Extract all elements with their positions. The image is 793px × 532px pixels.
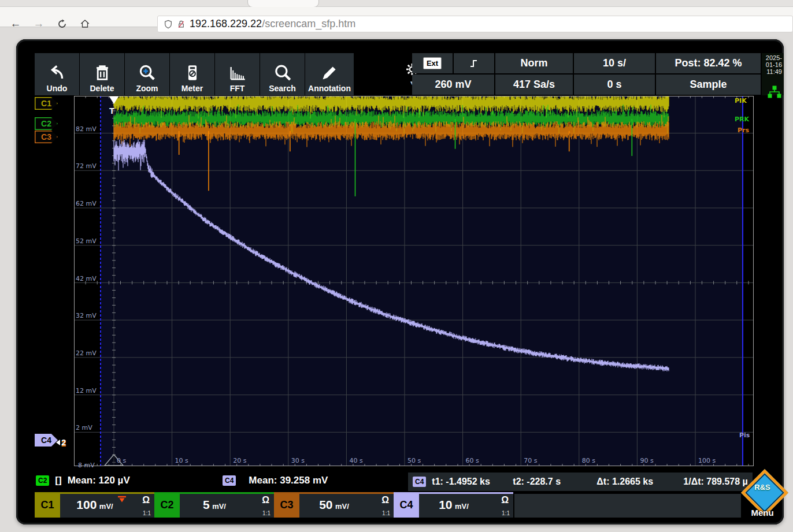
- waveform-display[interactable]: 82 mV72 mV62 mV52 mV42 mV32 mV22 mV12 mV…: [16, 39, 784, 524]
- reload-icon: [57, 19, 67, 29]
- url-host: 192.168.229.22: [190, 18, 262, 29]
- probe-ratio-label: 1:1: [143, 510, 151, 516]
- home-icon: [80, 18, 90, 29]
- acquisition-mode-flag: Pis: [739, 431, 750, 439]
- reload-button[interactable]: [54, 17, 69, 31]
- channel-badge-c4: C4: [223, 475, 236, 486]
- coupling-label: Ω: [262, 495, 269, 505]
- channel-offset-marker[interactable]: 2: [56, 437, 66, 447]
- channel-control-c1[interactable]: C1 100 mV/ Ω 1:1: [35, 492, 154, 518]
- x-axis-label: 50 s: [407, 457, 421, 464]
- statistics-brackets: []: [55, 475, 61, 486]
- waveform-canvas[interactable]: [74, 96, 754, 466]
- trigger-marker: T: [109, 106, 114, 116]
- channel-control-c4[interactable]: C4 10 mV/ Ω 1:1: [394, 492, 513, 518]
- offset-marker-count: 2: [61, 437, 66, 447]
- x-axis-label: 0 s: [117, 457, 126, 464]
- left-arrow-icon: [56, 440, 60, 445]
- measurement-2-value: Mean: 39.258 mV: [249, 475, 328, 486]
- y-axis-label: 72 mV: [76, 162, 97, 170]
- x-axis-label: 30 s: [291, 457, 305, 464]
- x-axis-label: 10 s: [175, 457, 188, 464]
- channel-badge-c4: C4: [413, 477, 426, 487]
- waveform-channel-tag-c4[interactable]: C4: [35, 434, 58, 447]
- channel-scale-unit: mV/: [335, 502, 349, 511]
- acquisition-mode-flag: PRK: [735, 116, 749, 123]
- probe-ratio-label: 1:1: [502, 510, 510, 516]
- url-path: /screencam_sfp.htm: [262, 18, 355, 29]
- y-axis-label: 22 mV: [76, 349, 97, 357]
- coupling-label: Ω: [142, 495, 150, 505]
- channel-control-c2[interactable]: C2 5 mV/ Ω 1:1: [154, 492, 274, 518]
- measurement-1-value: Mean: 120 µV: [68, 475, 130, 486]
- x-axis-label: 20 s: [233, 457, 246, 464]
- channel-scale-unit: mV/: [212, 502, 226, 511]
- x-axis-label: 70 s: [524, 457, 537, 464]
- y-axis-label: -8 mV: [76, 462, 95, 469]
- x-axis-label: 100 s: [698, 457, 716, 464]
- measurement-2: C4 Mean: 39.258 mV: [223, 475, 328, 486]
- probe-ratio-label: 1:1: [262, 510, 270, 516]
- oscilloscope-screen: Undo Delete Zoom Meter FFT: [16, 39, 784, 524]
- channel-badge-c2: C2: [36, 475, 49, 486]
- coupling-label: Ω: [501, 495, 509, 505]
- y-axis-label: 12 mV: [76, 387, 97, 395]
- y-axis-label: 32 mV: [76, 312, 97, 319]
- channel-scale-unit: mV/: [455, 502, 469, 511]
- shield-icon: [164, 19, 173, 29]
- menu-button-label: Menu: [741, 508, 784, 518]
- y-axis-label: 2 mV: [76, 424, 92, 431]
- browser-navbar: ← → 192.168.229.22/screencam_sfp.htm: [0, 7, 793, 27]
- acquisition-mode-flag: Prs: [738, 127, 749, 134]
- x-axis-label: 90 s: [640, 457, 653, 464]
- y-axis-label: 52 mV: [76, 237, 97, 245]
- waveform-channel-tag-c2[interactable]: C2: [35, 117, 58, 130]
- home-button[interactable]: [77, 17, 92, 31]
- channel-bar-spacer: [514, 494, 741, 518]
- channel-scale-value: 50: [319, 498, 332, 511]
- channel-scale-unit: mV/: [99, 502, 113, 511]
- measurement-1: C2 [] Mean: 120 µV: [36, 475, 130, 486]
- channel-scale-value: 5: [203, 498, 210, 511]
- trigger-level-icon: [117, 496, 127, 503]
- y-axis-label: 62 mV: [76, 200, 97, 207]
- cursor-t1: t1: -1.4952 ks: [432, 477, 513, 487]
- coupling-label: Ω: [381, 495, 389, 505]
- acquisition-mode-flag: PIK: [735, 97, 747, 105]
- cursor-inv-dt: 1/Δt: 789.578 µ: [683, 477, 747, 487]
- channel-control-c3[interactable]: C3 50 mV/ Ω 1:1: [274, 492, 394, 518]
- back-button[interactable]: ←: [8, 17, 23, 31]
- menu-button[interactable]: R&S Menu: [741, 471, 784, 519]
- channel-tag-c3: C3: [274, 492, 299, 518]
- channel-tag-c4: C4: [394, 492, 419, 518]
- x-axis-label: 80 s: [582, 457, 595, 464]
- x-axis-label: 40 s: [349, 457, 362, 464]
- cursor-results-panel: C4 t1: -1.4952 ks t2: -228.7 s Δt: 1.266…: [408, 473, 753, 491]
- address-bar[interactable]: 192.168.229.22/screencam_sfp.htm: [157, 16, 793, 32]
- rs-logo-text: R&S: [741, 483, 784, 492]
- cursor-t2: t2: -228.7 s: [513, 477, 596, 487]
- channel-tag-c1: C1: [35, 492, 60, 518]
- waveform-channel-tag-c1[interactable]: C1: [35, 97, 58, 110]
- url-text: 192.168.229.22/screencam_sfp.htm: [190, 18, 355, 30]
- probe-ratio-label: 1:1: [382, 510, 390, 516]
- browser-tab-strip: [0, 0, 793, 7]
- insecure-lock-icon: [177, 19, 186, 29]
- y-axis-label: 82 mV: [76, 125, 97, 133]
- y-axis-label: 42 mV: [76, 275, 97, 282]
- channel-scale-value: 100: [76, 498, 97, 511]
- forward-button[interactable]: →: [31, 17, 46, 31]
- channel-tag-c2: C2: [154, 492, 180, 518]
- x-axis-label: 60 s: [466, 457, 479, 464]
- waveform-channel-tag-c3[interactable]: C3: [35, 131, 58, 143]
- channel-scale-value: 10: [439, 498, 452, 511]
- cursor-dt: Δt: 1.2665 ks: [596, 477, 683, 487]
